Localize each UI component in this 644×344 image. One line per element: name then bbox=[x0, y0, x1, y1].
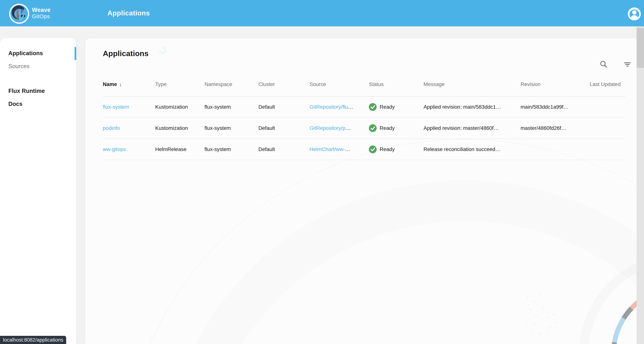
cluster-cell: Default bbox=[258, 146, 310, 152]
namespace-cell: flux-system bbox=[204, 104, 258, 110]
vertical-scrollbar-thumb[interactable] bbox=[636, 28, 644, 68]
source-link[interactable]: HelmChart/ww- bbox=[310, 146, 345, 152]
namespace-cell: flux-system bbox=[204, 146, 258, 152]
status-label: Ready bbox=[380, 125, 395, 131]
brand-text: Weave GitOps bbox=[32, 7, 50, 19]
column-header-label: Type bbox=[155, 81, 166, 87]
status-cell: Ready bbox=[369, 103, 424, 111]
check-circle-icon bbox=[369, 103, 377, 111]
revision-cell: master/4860fd26f… bbox=[520, 125, 586, 131]
column-header-message[interactable]: Message bbox=[424, 81, 520, 87]
source-ellipsis: … bbox=[348, 104, 353, 110]
column-header-cluster[interactable]: Cluster bbox=[258, 81, 310, 87]
type-cell: HelmRelease bbox=[155, 146, 204, 152]
source-ellipsis: … bbox=[345, 146, 350, 152]
column-header-label: Revision bbox=[520, 81, 540, 87]
column-header-label: Source bbox=[310, 81, 326, 87]
sidebar-nav: ApplicationsSourcesFlux RuntimeDocs bbox=[0, 38, 76, 108]
sidebar-item-sources[interactable]: Sources bbox=[8, 63, 76, 70]
column-header-label: Last Updated bbox=[590, 81, 621, 87]
status-ready-badge bbox=[369, 103, 377, 111]
column-header-label: Status bbox=[369, 81, 384, 87]
status-label: Ready bbox=[380, 104, 395, 110]
applications-table: Name↓TypeNamespaceClusterSourceStatusMes… bbox=[103, 72, 625, 160]
column-header-label: Namespace bbox=[204, 81, 232, 87]
app-link[interactable]: podinfo bbox=[103, 125, 120, 131]
weave-gitops-logo-icon bbox=[9, 3, 29, 24]
cluster-cell: Default bbox=[258, 104, 310, 110]
brand-line2: GitOps bbox=[32, 13, 50, 19]
column-header-revision[interactable]: Revision bbox=[520, 81, 586, 87]
sidebar-active-indicator bbox=[74, 47, 76, 60]
sidebar-item-applications[interactable]: Applications bbox=[8, 50, 76, 57]
search-icon[interactable] bbox=[600, 60, 608, 68]
account-circle-icon[interactable] bbox=[628, 7, 641, 20]
column-header-last-updated[interactable]: Last Updated bbox=[586, 81, 624, 88]
source-cell: GitRepository/flu… bbox=[310, 104, 369, 110]
app-link[interactable]: ww-gitops bbox=[103, 146, 126, 152]
column-header-source[interactable]: Source bbox=[310, 81, 369, 87]
column-header-label: Message bbox=[424, 81, 445, 87]
app-header: Weave GitOps Applications bbox=[0, 0, 644, 26]
type-cell: Kustomization bbox=[155, 104, 204, 110]
page-title: Applications bbox=[103, 49, 148, 58]
header-page-title: Applications bbox=[108, 0, 150, 26]
source-link[interactable]: GitRepository/p bbox=[310, 125, 346, 131]
type-cell: Kustomization bbox=[155, 125, 204, 131]
source-cell: HelmChart/ww-… bbox=[310, 146, 369, 152]
status-ready-badge bbox=[369, 145, 377, 153]
message-cell: Applied revision: main/583ddc1… bbox=[424, 104, 520, 110]
table-row[interactable]: flux-systemKustomizationflux-systemDefau… bbox=[103, 97, 625, 118]
message-cell: Release reconciliation succeed… bbox=[424, 146, 520, 152]
table-row[interactable]: podinfoKustomizationflux-systemDefaultGi… bbox=[103, 118, 625, 139]
column-header-namespace[interactable]: Namespace bbox=[204, 81, 258, 87]
column-header-status[interactable]: Status bbox=[369, 81, 424, 87]
column-header-label: Name bbox=[103, 81, 117, 87]
sort-descending-icon: ↓ bbox=[119, 81, 122, 87]
vertical-scrollbar-track[interactable] bbox=[636, 26, 644, 344]
status-cell: Ready bbox=[369, 124, 424, 132]
filter-list-icon[interactable] bbox=[623, 60, 632, 68]
name-cell: flux-system bbox=[103, 104, 155, 110]
name-cell: ww-gitops bbox=[103, 146, 155, 152]
sidebar: ApplicationsSourcesFlux RuntimeDocs bbox=[0, 38, 76, 344]
brand-line1: Weave bbox=[32, 7, 50, 13]
table-header-row: Name↓TypeNamespaceClusterSourceStatusMes… bbox=[103, 72, 625, 97]
status-cell: Ready bbox=[369, 145, 424, 153]
revision-cell: main/583ddc1a99f… bbox=[520, 104, 586, 110]
source-cell: GitRepository/p… bbox=[310, 125, 369, 131]
check-circle-icon bbox=[369, 124, 377, 132]
message-cell: Applied revision: master/4860f… bbox=[424, 125, 520, 131]
table-body: flux-systemKustomizationflux-systemDefau… bbox=[103, 97, 625, 160]
namespace-cell: flux-system bbox=[204, 125, 258, 131]
source-link[interactable]: GitRepository/flu bbox=[310, 104, 348, 110]
status-label: Ready bbox=[380, 146, 395, 152]
sidebar-item-flux-runtime[interactable]: Flux Runtime bbox=[8, 87, 76, 95]
status-ready-badge bbox=[369, 124, 377, 132]
browser-status-url: localhost:8082/applications bbox=[0, 336, 66, 344]
cluster-cell: Default bbox=[258, 125, 310, 131]
column-header-label: Cluster bbox=[258, 81, 275, 87]
loading-spinner-icon bbox=[158, 46, 167, 55]
check-circle-icon bbox=[369, 145, 377, 153]
sidebar-item-docs[interactable]: Docs bbox=[8, 100, 76, 108]
app-link[interactable]: flux-system bbox=[103, 104, 129, 110]
source-ellipsis: … bbox=[346, 125, 351, 131]
name-cell: podinfo bbox=[103, 125, 155, 131]
table-row[interactable]: ww-gitopsHelmReleaseflux-systemDefaultHe… bbox=[103, 139, 625, 160]
column-header-type[interactable]: Type bbox=[155, 81, 204, 87]
content-card: Applications Name↓TypeNamespaceClusterSo… bbox=[85, 38, 644, 344]
column-header-name[interactable]: Name↓ bbox=[103, 81, 155, 87]
